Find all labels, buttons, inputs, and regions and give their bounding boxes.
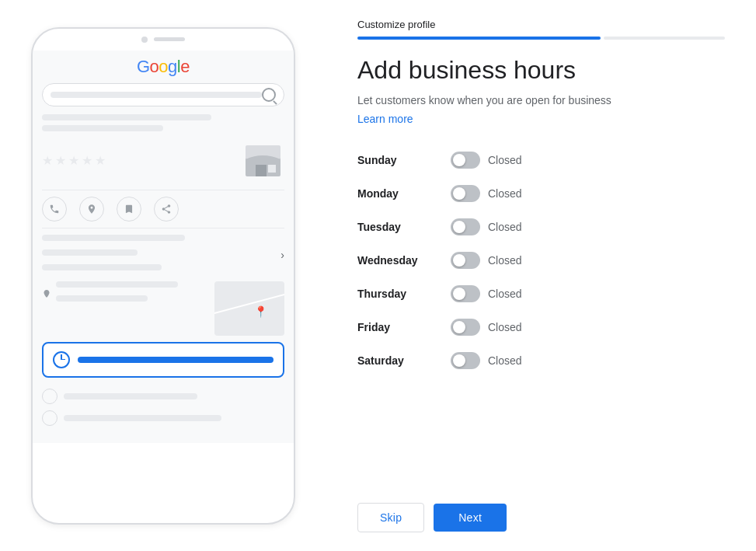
bottom-items [42, 384, 284, 437]
map-section: 📍 [42, 281, 284, 336]
day-label-thursday: Thursday [357, 288, 451, 300]
right-panel: Customize profile Add business hours Let… [326, 0, 756, 551]
skeleton-line [42, 264, 162, 270]
progress-segment-active [357, 37, 601, 40]
toggle-container-thursday: Closed [451, 285, 522, 302]
search-bar-line [51, 92, 262, 98]
toggle-monday[interactable] [451, 185, 480, 202]
star-icon: ★ [95, 153, 106, 168]
page-description: Let customers know when you are open for… [357, 94, 725, 106]
bookmark-action-icon [117, 197, 141, 221]
skip-button[interactable]: Skip [357, 503, 424, 532]
phone-speaker [154, 37, 185, 41]
phone-icon [42, 389, 57, 404]
skeleton-line [64, 415, 221, 421]
day-row-monday: MondayClosed [357, 177, 725, 211]
section-lines: › [42, 235, 284, 275]
progress-section: Customize profile [357, 19, 725, 40]
star-icon: ★ [42, 153, 53, 168]
phone-action-icon [42, 197, 67, 221]
toggle-tuesday[interactable] [451, 218, 480, 235]
day-status-thursday: Closed [488, 288, 522, 300]
svg-rect-3 [268, 165, 276, 173]
map-thumbnail: 📍 [214, 281, 284, 336]
day-status-saturday: Closed [488, 354, 522, 367]
day-row-sunday: SundayClosed [357, 144, 725, 177]
section-header: › [42, 235, 284, 275]
star-icon: ★ [68, 153, 79, 168]
toggle-wednesday[interactable] [451, 252, 480, 269]
toggle-sunday[interactable] [451, 152, 480, 169]
hours-line [78, 357, 273, 363]
web-icon [42, 410, 57, 426]
toggle-container-wednesday: Closed [451, 252, 522, 269]
toggle-container-friday: Closed [451, 319, 522, 336]
day-label-saturday: Saturday [357, 354, 451, 367]
chevron-right-icon: › [280, 249, 284, 261]
day-label-sunday: Sunday [357, 154, 451, 166]
phone-camera [141, 37, 148, 43]
clock-icon [53, 351, 70, 368]
day-label-monday: Monday [357, 187, 451, 200]
day-status-wednesday: Closed [488, 254, 522, 267]
next-button[interactable]: Next [434, 504, 507, 532]
store-svg [242, 138, 284, 180]
share-action-icon [154, 197, 179, 221]
day-label-wednesday: Wednesday [357, 254, 451, 267]
progress-segment-inactive [604, 37, 725, 40]
skeleton-line [56, 295, 148, 302]
bottom-item-phone [42, 389, 284, 404]
day-row-friday: FridayClosed [357, 311, 725, 344]
toggle-container-monday: Closed [451, 185, 522, 202]
bottom-item-web [42, 410, 284, 426]
day-status-friday: Closed [488, 321, 522, 333]
star-icon: ★ [55, 153, 66, 168]
search-icon [262, 88, 276, 102]
skeleton-line [56, 281, 178, 288]
toggle-friday[interactable] [451, 319, 480, 336]
action-icons-row [42, 190, 284, 228]
phone-search-bar [42, 83, 284, 106]
progress-label: Customize profile [357, 19, 725, 30]
skeleton-line [64, 393, 197, 399]
star-icon: ★ [82, 153, 92, 168]
day-row-saturday: SaturdayClosed [357, 344, 725, 378]
day-row-wednesday: WednesdayClosed [357, 244, 725, 277]
highlighted-hours-card [42, 342, 284, 378]
learn-more-link[interactable]: Learn more [357, 113, 725, 125]
skeleton-lines-top [42, 114, 284, 131]
toggle-container-saturday: Closed [451, 352, 522, 369]
day-row-thursday: ThursdayClosed [357, 277, 725, 311]
location-row [42, 281, 208, 306]
day-status-monday: Closed [488, 187, 522, 200]
day-status-tuesday: Closed [488, 221, 522, 233]
progress-bar [357, 37, 725, 40]
google-logo: Google [42, 57, 284, 77]
toggle-thursday[interactable] [451, 285, 480, 302]
left-panel: Google ★ ★ ★ ★ ★ [0, 0, 326, 551]
phone-mockup: Google ★ ★ ★ ★ ★ [31, 27, 295, 525]
phone-content: Google ★ ★ ★ ★ ★ [33, 51, 294, 443]
stars-row: ★ ★ ★ ★ ★ [42, 138, 284, 183]
skeleton-line [42, 249, 138, 256]
day-row-tuesday: TuesdayClosed [357, 211, 725, 244]
footer-buttons: Skip Next [357, 487, 725, 532]
day-label-tuesday: Tuesday [357, 221, 451, 233]
toggle-container-tuesday: Closed [451, 218, 522, 235]
toggle-container-sunday: Closed [451, 152, 522, 169]
phone-top-bar [33, 29, 294, 51]
day-status-sunday: Closed [488, 154, 522, 166]
svg-rect-2 [256, 165, 267, 176]
day-label-friday: Friday [357, 321, 451, 333]
location-action-icon [79, 197, 104, 221]
days-list: SundayClosedMondayClosedTuesdayClosedWed… [357, 144, 725, 487]
page-title: Add business hours [357, 55, 725, 85]
skeleton-line [42, 114, 211, 120]
toggle-saturday[interactable] [451, 352, 480, 369]
skeleton-line [42, 235, 185, 241]
store-image [242, 138, 284, 183]
skeleton-line [42, 125, 163, 131]
